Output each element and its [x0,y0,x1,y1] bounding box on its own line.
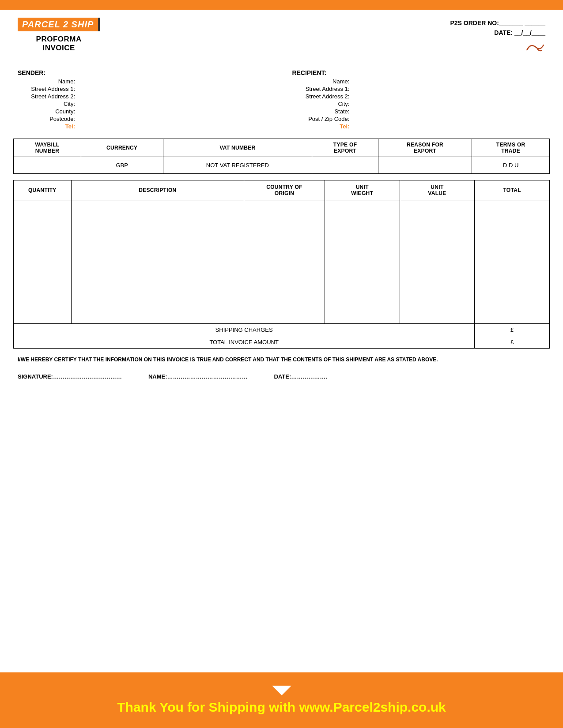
recipient-state-label: State: [292,108,349,115]
sender-postcode-label: Postcode: [18,116,75,122]
sender-street1-label: Street Address 1: [18,86,75,92]
sender-city-label: City: [18,101,75,107]
info-header-currency: CURRENCY [81,139,163,157]
recipient-street1-label: Street Address 1: [292,86,349,92]
gap-spacer [0,174,563,180]
items-unit-value-cell [400,200,475,324]
sender-street1-row: Street Address 1: [18,86,271,92]
name-field: NAME:…………………………………… [148,373,248,380]
sender-tel-row: Tel: [18,123,271,130]
recipient-zip-row: Post / Zip Code: [292,116,545,122]
order-no: P2S ORDER NO:_______ ______ [450,19,545,26]
sender-label: SENDER: [18,69,271,76]
signature-icon [450,41,545,57]
items-header-total: TOTAL [475,180,550,200]
items-country-cell [244,200,325,324]
address-section: SENDER: Name: Street Address 1: Street A… [0,61,563,139]
order-date-section: P2S ORDER NO:_______ ______ DATE: __/__/… [450,18,545,57]
bottom-bar-text: Thank You for Shipping with www.Parcel2s… [18,700,545,715]
top-orange-bar [0,0,563,10]
total-invoice-row: TOTAL INVOICE AMOUNT £ [14,336,550,349]
info-waybill-cell [14,157,81,174]
info-terms-cell: D D U [472,157,550,174]
sender-street2-label: Street Address 2: [18,93,75,100]
recipient-name-label: Name: [292,78,349,85]
sender-postcode-row: Postcode: [18,116,271,122]
bottom-spacer [0,380,563,450]
info-data-row: GBP NOT VAT REGISTERED D D U [14,157,550,174]
recipient-street2-label: Street Address 2: [292,93,349,100]
info-header-waybill: WAYBILLNUMBER [14,139,81,157]
sender-name-label: Name: [18,78,75,85]
logo-text: PARCEL 2 SHIP [22,19,94,30]
signature-field: SIGNATURE:……………………………… [18,373,122,380]
info-table: WAYBILLNUMBER CURRENCY VAT NUMBER TYPE O… [13,139,550,174]
items-total-cell [475,200,550,324]
info-type-export-cell [312,157,378,174]
bottom-orange-bar: Thank You for Shipping with www.Parcel2s… [0,672,563,728]
items-header-country: COUNTRY OFORIGIN [244,180,325,200]
items-header-row: QUANTITY DESCRIPTION COUNTRY OFORIGIN UN… [14,180,550,200]
date-line: DATE: __/__/____ [450,29,545,36]
invoice-title: PROFORMA INVOICE [36,35,82,53]
info-reason-export-cell [378,157,472,174]
info-table-section: WAYBILLNUMBER CURRENCY VAT NUMBER TYPE O… [0,139,563,174]
items-qty-cell [14,200,72,324]
items-table: QUANTITY DESCRIPTION COUNTRY OFORIGIN UN… [13,180,550,349]
items-header-unit-weight: UNITWIEGHT [325,180,400,200]
recipient-street1-row: Street Address 1: [292,86,545,92]
info-currency-cell: GBP [81,157,163,174]
info-header-vat: VAT NUMBER [163,139,312,157]
items-header-quantity: QUANTITY [14,180,72,200]
sender-tel-label: Tel: [18,123,75,130]
items-header-unit-value: UNITVALUE [400,180,475,200]
items-large-data-row [14,200,550,324]
recipient-city-label: City: [292,101,349,107]
items-header-description: DESCRIPTION [71,180,244,200]
header: PARCEL 2 SHIP PROFORMA INVOICE P2S ORDER… [0,10,563,61]
info-header-terms: TERMS ORTRADE [472,139,550,157]
recipient-block: RECIPIENT: Name: Street Address 1: Stree… [292,69,545,131]
items-desc-cell [71,200,244,324]
info-header-type-export: TYPE OFEXPORT [312,139,378,157]
recipient-tel-row: Tel: [292,123,545,130]
recipient-street2-row: Street Address 2: [292,93,545,100]
sender-city-row: City: [18,101,271,107]
recipient-label: RECIPIENT: [292,69,545,76]
shipping-charges-row: SHIPPING CHARGES £ [14,324,550,336]
certification-section: I/WE HEREBY CERTIFY THAT THE INFORMATION… [0,349,563,368]
recipient-name-row: Name: [292,78,545,85]
info-header-reason-export: REASON FOREXPORT [378,139,472,157]
recipient-zip-label: Post / Zip Code: [292,116,349,122]
recipient-city-row: City: [292,101,545,107]
logo-box: PARCEL 2 SHIP [18,18,100,31]
logo-invoice-block: PARCEL 2 SHIP PROFORMA INVOICE [18,18,100,53]
total-invoice-value: £ [475,336,550,349]
items-table-section: QUANTITY DESCRIPTION COUNTRY OFORIGIN UN… [0,180,563,349]
sender-street2-row: Street Address 2: [18,93,271,100]
recipient-state-row: State: [292,108,545,115]
sender-block: SENDER: Name: Street Address 1: Street A… [18,69,271,131]
shipping-charges-value: £ [475,324,550,336]
date-field: DATE:………………. [274,373,327,380]
items-unit-weight-cell [325,200,400,324]
bottom-bar-arrow [272,686,291,695]
total-invoice-label: TOTAL INVOICE AMOUNT [14,336,475,349]
shipping-charges-label: SHIPPING CHARGES [14,324,475,336]
sender-county-label: County: [18,108,75,115]
signature-section: SIGNATURE:……………………………… NAME:………………………………… [0,368,563,380]
recipient-tel-label: Tel: [292,123,349,130]
info-vat-cell: NOT VAT REGISTERED [163,157,312,174]
sender-county-row: County: [18,108,271,115]
sender-name-row: Name: [18,78,271,85]
certification-text: I/WE HEREBY CERTIFY THAT THE INFORMATION… [18,356,545,364]
